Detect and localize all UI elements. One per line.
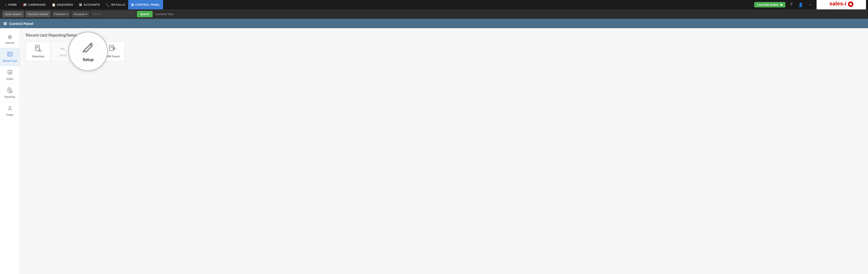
recently-viewed-button[interactable]: Recently Viewed xyxy=(25,11,51,17)
setup-overlay-label: Setup xyxy=(83,58,94,62)
sidebar-general-label: General xyxy=(5,41,14,44)
sidebar-item-reporting[interactable]: Reporting xyxy=(0,84,20,102)
arrow-icon[interactable]: → xyxy=(807,1,813,8)
sidebar-reporting-label: Reporting xyxy=(4,96,15,98)
logo-sales: sales-i xyxy=(829,0,846,7)
nav-controlpanel[interactable]: ⊞ CONTROL PANEL xyxy=(128,0,163,9)
svg-line-19 xyxy=(41,52,41,52)
nav-home[interactable]: ⌂ HOME xyxy=(2,0,20,9)
online-indicator xyxy=(780,4,782,6)
nav-mycalls-label: MYCALLS xyxy=(111,3,125,6)
mycalls-icon: 📞 xyxy=(106,3,110,7)
chevron-down-icon: ▾ xyxy=(67,12,68,16)
nav-accounts[interactable]: 🏛 ACCOUNTS xyxy=(76,0,103,9)
accounts-dropdown-label: Accounts xyxy=(73,12,85,15)
svg-point-11 xyxy=(10,91,12,93)
campaigns-icon: 📢 xyxy=(23,3,27,7)
svg-line-12 xyxy=(12,93,12,93)
sidebar: ⚙ General Record Card xyxy=(0,28,20,274)
sidebar-item-general[interactable]: ⚙ General xyxy=(0,31,20,48)
svg-point-13 xyxy=(9,106,11,108)
accounts-icon: 🏛 xyxy=(79,3,83,7)
content-area: Record card Reporting/Setup Reporting xyxy=(20,28,868,274)
crm-export-card-icon xyxy=(109,45,116,54)
reporting-card-label: Reporting xyxy=(32,55,44,58)
nav-mycalls[interactable]: 📞 MYCALLS xyxy=(103,0,128,9)
sidebar-item-record-card[interactable]: Record Card xyxy=(0,48,20,66)
page-title: Control Panel xyxy=(9,22,33,26)
chevron-down-icon-accounts: ▾ xyxy=(86,12,87,16)
logo-tagline: SELL SMART xyxy=(829,7,845,9)
gear-icon: ⚙ xyxy=(8,34,12,40)
customer-view-link[interactable]: Customer View xyxy=(154,12,174,15)
sidebar-item-profile[interactable]: Profile xyxy=(0,102,20,120)
reporting-card[interactable]: Reporting xyxy=(26,41,51,61)
customer-dropdown[interactable]: Customer ▾ xyxy=(52,11,70,17)
logo-text: sales-i xyxy=(829,0,854,7)
setup-card-label: Setup xyxy=(59,54,67,57)
accounts-dropdown[interactable]: Accounts ▾ xyxy=(71,11,89,17)
logo: sales-i SELL SMART xyxy=(829,0,854,9)
sidebar-record-card-label: Record Card xyxy=(3,60,17,62)
customer-dropdown-label: Customer xyxy=(54,12,66,15)
nav-items-left: ⌂ HOME 📢 CAMPAIGNS 📋 ENQUIRIES 🏛 ACCOUNT… xyxy=(2,0,754,9)
search-button[interactable]: Search xyxy=(137,11,153,17)
sidebar-item-import[interactable]: Import xyxy=(0,66,20,84)
control-panel-header-icon: ⊞ xyxy=(3,21,7,26)
svg-point-1 xyxy=(8,53,10,54)
nav-controlpanel-label: CONTROL PANEL xyxy=(135,3,160,6)
sidebar-import-label: Import xyxy=(6,77,13,80)
section-title: Record card Reporting/Setup xyxy=(26,33,862,38)
nav-enquiries-label: ENQUIRIES xyxy=(57,3,73,6)
home-icon: ⌂ xyxy=(5,3,7,7)
controlpanel-icon: ⊞ xyxy=(131,3,134,7)
profile-icon xyxy=(7,105,12,112)
record-card-icon xyxy=(7,52,12,58)
cards-row: Reporting ✏ Setup xyxy=(26,41,862,61)
page-header: ⊞ Control Panel xyxy=(0,19,868,28)
import-icon xyxy=(7,69,12,76)
main-layout: ⚙ General Record Card xyxy=(0,28,868,274)
setup-card-wrapper: ✏ Setup Setup xyxy=(51,41,75,61)
live-help-label: Live Help Online xyxy=(757,3,778,6)
svg-point-18 xyxy=(39,49,41,52)
reporting-card-icon xyxy=(35,45,41,54)
search-bar: Quick Search Recently Viewed Customer ▾ … xyxy=(0,9,868,19)
logo-circle xyxy=(848,1,854,7)
nav-accounts-label: ACCOUNTS xyxy=(84,3,100,6)
setup-card-icon: ✏ xyxy=(61,46,65,53)
reporting-icon xyxy=(7,88,12,94)
setup-overlay-pencil-icon xyxy=(82,41,94,56)
nav-campaigns-label: CAMPAIGNS xyxy=(28,3,46,6)
setup-overlay[interactable]: Setup xyxy=(68,32,108,71)
nav-enquiries[interactable]: 📋 ENQUIRIES xyxy=(49,0,76,9)
quick-search-button[interactable]: Quick Search xyxy=(2,11,24,17)
user-icon[interactable]: 👤 xyxy=(797,1,804,8)
help-icon[interactable]: ? xyxy=(788,1,795,8)
enquiries-icon: 📋 xyxy=(52,3,56,7)
nav-campaigns[interactable]: 📢 CAMPAIGNS xyxy=(20,0,49,9)
top-navigation: ⌂ HOME 📢 CAMPAIGNS 📋 ENQUIRIES 🏛 ACCOUNT… xyxy=(0,0,868,9)
nav-home-label: HOME xyxy=(8,3,17,6)
nav-right-actions: Live Help Online ? 👤 → xyxy=(754,1,816,8)
live-help-button[interactable]: Live Help Online xyxy=(754,2,785,7)
search-input[interactable] xyxy=(91,11,135,17)
logo-area: sales-i SELL SMART xyxy=(816,0,866,9)
sidebar-profile-label: Profile xyxy=(6,114,13,116)
